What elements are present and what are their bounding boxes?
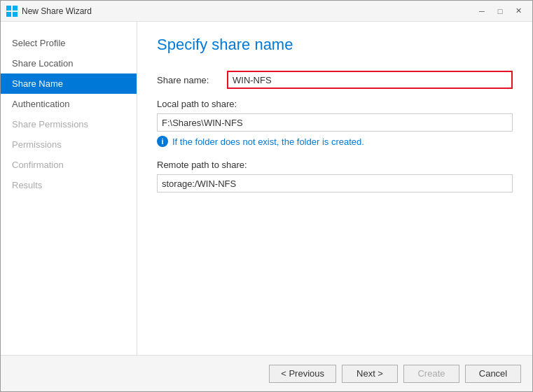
local-path-input[interactable] xyxy=(157,113,513,132)
local-path-section: Local path to share: i If the folder doe… xyxy=(157,99,513,147)
minimize-button[interactable]: ─ xyxy=(473,4,490,19)
svg-rect-3 xyxy=(13,12,18,17)
main-content: Specify share name Share name: Local pat… xyxy=(137,22,532,355)
sidebar-item-share-permissions: Share Permissions xyxy=(1,114,137,134)
footer: < Previous Next > Create Cancel xyxy=(1,355,532,391)
sidebar-item-permissions: Permissions xyxy=(1,134,137,155)
main-window: New Share Wizard ─ □ ✕ Select Profile Sh… xyxy=(0,0,533,392)
remote-path-label: Remote path to share: xyxy=(157,160,513,170)
remote-path-input[interactable] xyxy=(157,174,513,192)
maximize-button[interactable]: □ xyxy=(492,4,508,19)
title-bar: New Share Wizard ─ □ ✕ xyxy=(1,1,532,22)
info-text: If the folder does not exist, the folder… xyxy=(172,136,364,147)
svg-rect-1 xyxy=(13,6,18,10)
page-title: Specify share name xyxy=(157,36,513,54)
svg-rect-2 xyxy=(6,12,11,17)
window-title: New Share Wizard xyxy=(22,6,473,16)
sidebar-item-results: Results xyxy=(1,175,137,195)
close-button[interactable]: ✕ xyxy=(510,4,527,19)
sidebar-item-share-location[interactable]: Share Location xyxy=(1,53,137,74)
sidebar-item-authentication[interactable]: Authentication xyxy=(1,94,137,114)
sidebar-item-share-name[interactable]: Share Name xyxy=(1,74,137,94)
sidebar: Select Profile Share Location Share Name… xyxy=(1,22,137,355)
info-icon: i xyxy=(157,136,168,147)
remote-path-section: Remote path to share: xyxy=(157,160,513,192)
svg-rect-0 xyxy=(6,6,11,10)
cancel-button[interactable]: Cancel xyxy=(465,365,521,383)
local-path-label: Local path to share: xyxy=(157,99,513,109)
sidebar-item-confirmation: Confirmation xyxy=(1,155,137,175)
next-button[interactable]: Next > xyxy=(342,365,398,383)
app-icon xyxy=(6,6,18,17)
create-button[interactable]: Create xyxy=(403,365,459,383)
content-area: Select Profile Share Location Share Name… xyxy=(1,22,532,355)
sidebar-item-select-profile[interactable]: Select Profile xyxy=(1,33,137,53)
share-name-label: Share name: xyxy=(157,75,227,85)
share-name-row: Share name: xyxy=(157,71,513,89)
share-name-input[interactable] xyxy=(227,71,513,89)
info-box: i If the folder does not exist, the fold… xyxy=(157,136,513,147)
previous-button[interactable]: < Previous xyxy=(269,365,336,383)
window-controls: ─ □ ✕ xyxy=(473,4,527,19)
